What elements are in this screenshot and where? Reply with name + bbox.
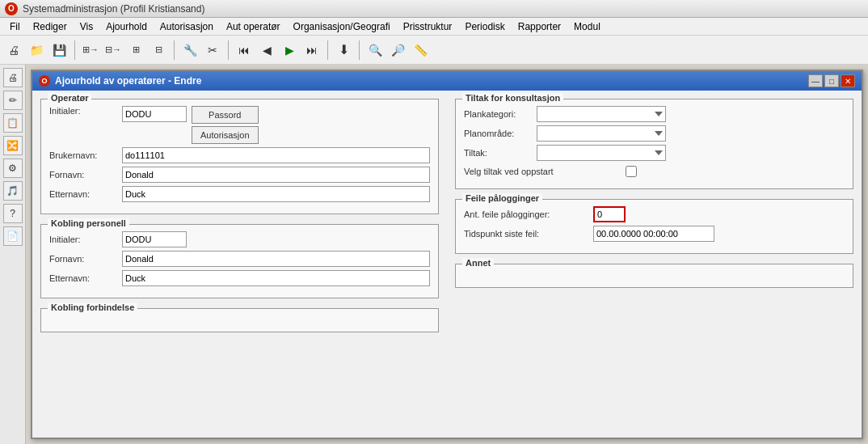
sidebar-gear-btn[interactable]: ⚙ <box>3 159 23 178</box>
menu-rediger[interactable]: Rediger <box>27 19 74 34</box>
sidebar-edit-btn[interactable]: ✏ <box>3 91 23 110</box>
brukernavn-label: Brukernavn: <box>49 150 122 160</box>
sidebar-doc-btn[interactable]: 📄 <box>3 226 23 246</box>
toolbar-print-btn[interactable]: 🖨 <box>3 40 24 61</box>
toolbar-play-btn[interactable]: ▶ <box>279 40 300 61</box>
dialog-minimize-btn[interactable]: — <box>808 74 823 87</box>
annet-group-title: Annet <box>462 258 494 268</box>
operator-group: Operatør Initialer: Passord Autorisasjon <box>40 99 439 214</box>
menu-periodisk[interactable]: Periodisk <box>458 19 511 34</box>
kobling-forbindelse-title: Kobling forbindelse <box>48 302 137 312</box>
operator-top-row: Initialer: Passord Autorisasjon <box>49 106 430 144</box>
toolbar-first-btn[interactable]: ⏮ <box>234 40 255 61</box>
toolbar-wrench-btn[interactable]: 🔧 <box>179 40 200 61</box>
fornavn-input[interactable] <box>122 167 430 183</box>
ant-input[interactable] <box>593 206 626 222</box>
sidebar-help-btn[interactable]: ? <box>3 204 23 223</box>
autorisasjon-btn[interactable]: Autorisasjon <box>192 126 259 144</box>
etternavn-row: Etternavn: <box>49 186 430 202</box>
fornavn-row: Fornavn: <box>49 167 430 183</box>
menu-vis[interactable]: Vis <box>74 19 99 34</box>
kp-fornavn-row: Fornavn: <box>49 251 430 267</box>
kp-initialer-label: Initialer: <box>49 235 122 244</box>
plankategori-row: Plankategori: <box>464 106 845 122</box>
velg-label: Velg tiltak ved oppstart <box>464 167 626 176</box>
tidspunkt-input[interactable] <box>593 226 714 242</box>
toolbar-ruler-btn[interactable]: 📏 <box>410 40 431 61</box>
brukernavn-row: Brukernavn: <box>49 147 430 163</box>
toolbar-nav1-btn[interactable]: ⊞→ <box>80 40 101 61</box>
window-title: Systemadministrasjon (Profil Kristiansan… <box>23 3 204 15</box>
toolbar-last-btn[interactable]: ⏭ <box>301 40 322 61</box>
kp-etternavn-label: Etternavn: <box>49 273 122 283</box>
toolbar-scissors-btn[interactable]: ✂ <box>202 40 223 61</box>
toolbar-sep-4 <box>327 40 328 60</box>
dialog-close-btn[interactable]: ✕ <box>841 74 855 87</box>
plankategori-select[interactable] <box>537 106 666 122</box>
menu-rapporter[interactable]: Rapporter <box>512 19 567 34</box>
sidebar-clipboard-btn[interactable]: 📋 <box>3 113 23 133</box>
brukernavn-input[interactable] <box>122 147 430 163</box>
ant-label: Ant. feile pålogginger: <box>464 209 593 219</box>
plankategori-label: Plankategori: <box>464 109 537 119</box>
operator-group-title: Operatør <box>48 93 91 103</box>
tiltak-select[interactable] <box>537 145 666 161</box>
menu-modul[interactable]: Modul <box>567 19 607 34</box>
tidspunkt-row: Tidspunkt siste feil: <box>464 226 845 242</box>
btn-row: Passord Autorisasjon <box>192 106 259 144</box>
etternavn-input[interactable] <box>122 186 430 202</box>
kp-etternavn-row: Etternavn: <box>49 270 430 286</box>
sidebar-shuffle-btn[interactable]: 🔀 <box>3 136 23 155</box>
toolbar-nav2-btn[interactable]: ⊟→ <box>103 40 124 61</box>
tiltak-group-title: Tiltak for konsultasjon <box>462 93 563 103</box>
kobling-forbindelse-group: Kobling forbindelse <box>40 308 439 332</box>
toolbar-save-btn[interactable]: 💾 <box>48 40 70 61</box>
right-panel: Tiltak for konsultasjon Plankategori: Pl… <box>455 99 853 429</box>
kobling-personell-group: Kobling personell Initialer: Fornavn: Et… <box>40 224 439 298</box>
toolbar-open-btn[interactable]: 📁 <box>26 40 47 61</box>
velg-row: Velg tiltak ved oppstart <box>464 166 845 177</box>
toolbar-sep-2 <box>174 40 175 60</box>
tiltak-label: Tiltak: <box>464 148 537 158</box>
menu-aut-operator[interactable]: Aut operatør <box>220 19 287 34</box>
initialer-input-area <box>122 106 187 122</box>
feile-group-title: Feile pålogginger <box>462 193 542 203</box>
menu-prisstruktur[interactable]: Prisstruktur <box>397 19 459 34</box>
velg-checkbox[interactable] <box>626 166 637 177</box>
planomrade-select[interactable] <box>537 125 666 142</box>
toolbar-download-btn[interactable]: ⬇ <box>333 40 354 61</box>
initialer-input[interactable] <box>122 106 187 122</box>
annet-group: Annet <box>455 264 853 288</box>
menu-autorisasjon[interactable]: Autorisasjon <box>154 19 220 34</box>
dialog-area: O Ajourhold av operatører - Endre — □ ✕ … <box>26 65 868 444</box>
dialog-content: Operatør Initialer: Passord Autorisasjon <box>32 91 862 438</box>
etternavn-label: Etternavn: <box>49 189 122 199</box>
sidebar-print-btn[interactable]: 🖨 <box>3 68 23 87</box>
sidebar: 🖨 ✏ 📋 🔀 ⚙ 🎵 ? 📄 <box>0 65 26 444</box>
feile-group: Feile pålogginger Ant. feile pålogginger… <box>455 199 853 254</box>
menu-organisasjon[interactable]: Organisasjon/Geografi <box>287 19 397 34</box>
sidebar-music-btn[interactable]: 🎵 <box>3 181 23 201</box>
dialog-title: Ajourhold av operatører - Endre <box>55 75 808 87</box>
menu-fil[interactable]: Fil <box>3 19 27 34</box>
left-panel: Operatør Initialer: Passord Autorisasjon <box>40 99 439 429</box>
toolbar-zoom-out-btn[interactable]: 🔎 <box>387 40 408 61</box>
tiltak-row: Tiltak: <box>464 145 845 161</box>
toolbar-sep-1 <box>74 40 75 60</box>
dialog: O Ajourhold av operatører - Endre — □ ✕ … <box>31 70 863 439</box>
passord-btn[interactable]: Passord <box>192 106 259 124</box>
toolbar-nav3-btn[interactable]: ⊞ <box>125 40 146 61</box>
toolbar: 🖨 📁 💾 ⊞→ ⊟→ ⊞ ⊟ 🔧 ✂ ⏮ ◀ ▶ ⏭ ⬇ 🔍 🔎 📏 <box>0 36 868 65</box>
menu-bar: Fil Rediger Vis Ajourhold Autorisasjon A… <box>0 18 868 36</box>
kp-initialer-input[interactable] <box>122 231 187 247</box>
toolbar-nav4-btn[interactable]: ⊟ <box>148 40 169 61</box>
menu-ajourhold[interactable]: Ajourhold <box>99 19 154 34</box>
toolbar-zoom-in-btn[interactable]: 🔍 <box>364 40 386 61</box>
dialog-maximize-btn[interactable]: □ <box>824 74 839 87</box>
planomrade-label: Planområde: <box>464 129 537 138</box>
kp-fornavn-input[interactable] <box>122 251 430 267</box>
toolbar-prev-btn[interactable]: ◀ <box>256 40 277 61</box>
toolbar-sep-3 <box>228 40 229 60</box>
kp-fornavn-label: Fornavn: <box>49 254 122 264</box>
kp-etternavn-input[interactable] <box>122 270 430 286</box>
